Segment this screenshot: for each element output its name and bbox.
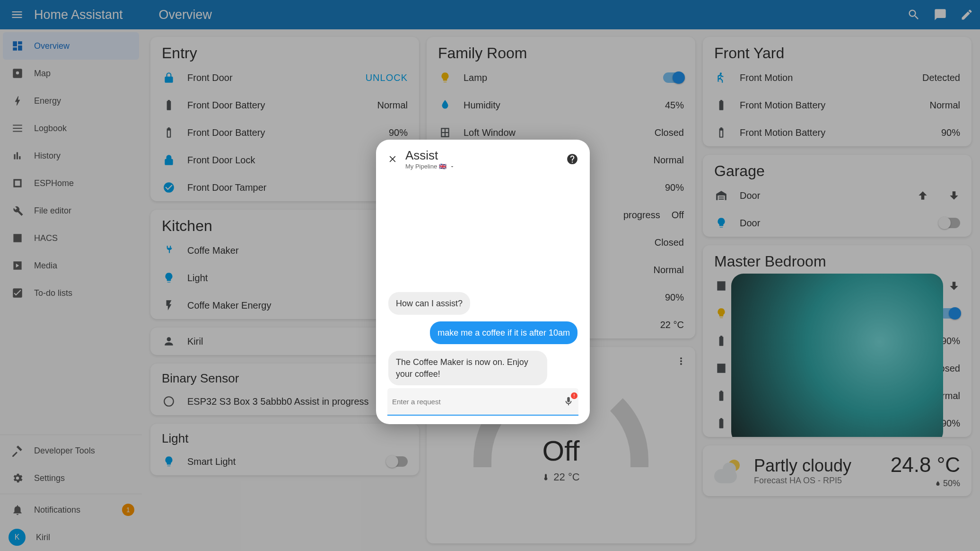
message-bot: The Coffee Maker is now on. Enjoy your c… [388, 351, 547, 385]
mic-button[interactable]: ! [563, 396, 574, 407]
conversation: How can I assist? make me a coffee if it… [387, 170, 578, 388]
message-bot: How can I assist? [388, 292, 470, 315]
help-icon[interactable] [566, 153, 578, 165]
chevron-down-icon [449, 164, 455, 169]
message-user: make me a coffee if it is after 10am [430, 321, 578, 344]
assist-input[interactable] [392, 398, 563, 406]
assist-input-wrap: ! [387, 388, 578, 416]
dialog-title: Assist [405, 148, 559, 163]
assist-dialog: Assist My Pipeline 🇬🇧 How can I assist? … [376, 140, 590, 424]
mic-alert-badge: ! [571, 392, 578, 399]
close-button[interactable] [387, 154, 398, 164]
pipeline-selector[interactable]: My Pipeline 🇬🇧 [405, 163, 559, 170]
